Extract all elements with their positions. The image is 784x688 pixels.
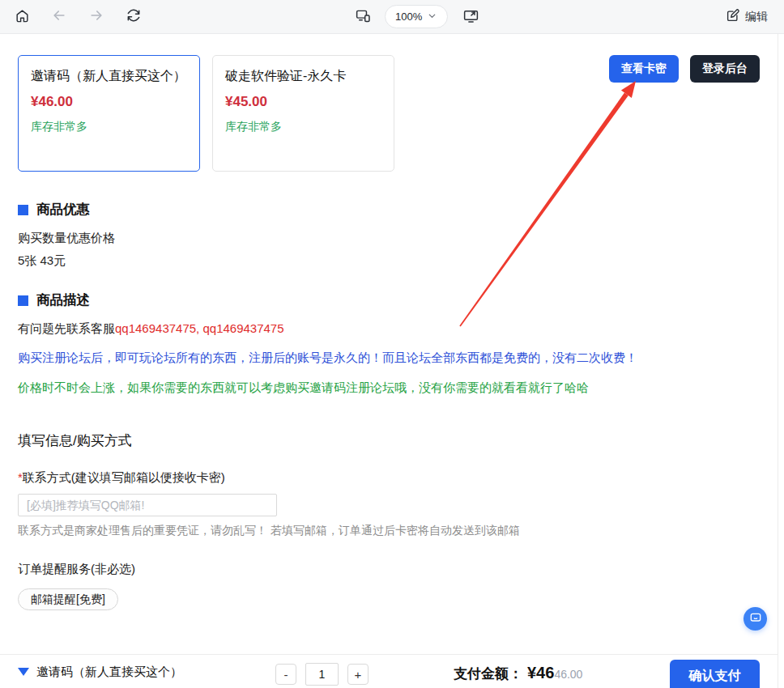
qty-plus-button[interactable]: + xyxy=(347,664,369,685)
description-section-heading: 商品描述 xyxy=(18,291,90,309)
blue-square-bullet-icon xyxy=(18,205,28,215)
blue-square-bullet-icon xyxy=(18,295,28,306)
monitor-external-icon xyxy=(462,7,479,27)
product-title: 破走软件验证-永久卡 xyxy=(225,66,381,87)
open-in-window-button[interactable] xyxy=(459,4,483,30)
description-green-line: 价格时不时会上涨，如果你需要的东西就可以考虑购买邀请码注册论坛哦，没有你需要的就… xyxy=(18,380,589,396)
contact-hint-text: 联系方式是商家处理售后的重要凭证，请勿乱写！ 若填写邮箱，订单通过后卡密将自动发… xyxy=(18,524,520,538)
refresh-button[interactable] xyxy=(122,4,145,29)
contact-field-label: *联系方式(建议填写邮箱以便接收卡密) xyxy=(18,470,225,486)
contact-label-text: 联系方式(建议填写邮箱以便接收卡密) xyxy=(23,470,225,484)
product-card[interactable]: 破走软件验证-永久卡 ¥45.00 库存非常多 xyxy=(212,55,394,172)
contact-qq-numbers: qq1469437475, qq1469437475 xyxy=(115,321,284,335)
description-title: 商品描述 xyxy=(36,291,90,309)
zoom-level-dropdown[interactable]: 100% xyxy=(385,5,448,28)
product-price: ¥46.00 xyxy=(31,94,187,110)
product-stock: 库存非常多 xyxy=(225,120,381,134)
contact-prefix: 有问题先联系客服 xyxy=(18,321,115,335)
forward-button[interactable] xyxy=(85,4,108,29)
back-arrow-icon xyxy=(51,7,67,26)
selected-product-title: 邀请码（新人直接买这个） xyxy=(36,665,182,680)
login-admin-button[interactable]: 登录后台 xyxy=(690,55,760,83)
device-preview-icon xyxy=(355,7,372,27)
chevron-down-icon xyxy=(427,11,437,23)
pay-amount-value: ¥46 xyxy=(527,664,554,682)
page-content: 邀请码（新人直接买这个） ¥46.00 库存非常多 破走软件验证-永久卡 ¥45… xyxy=(0,34,784,688)
confirm-pay-button[interactable]: 确认支付 xyxy=(670,660,760,688)
pay-amount-label: 支付金额： xyxy=(454,665,522,683)
product-price: ¥45.00 xyxy=(225,94,381,110)
promo-section-heading: 商品优惠 xyxy=(18,201,90,219)
email-remind-option-button[interactable]: 邮箱提醒[免费] xyxy=(18,588,118,610)
browser-toolbar: 100% 编辑 xyxy=(0,0,784,34)
viewport-right-edge xyxy=(778,34,778,688)
pay-amount-sub-value: 46.00 xyxy=(554,668,582,681)
qty-minus-button[interactable]: - xyxy=(275,664,296,685)
edit-button[interactable]: 编辑 xyxy=(721,7,773,26)
product-title: 邀请码（新人直接买这个） xyxy=(31,66,187,87)
description-blue-line: 购买注册论坛后，即可玩论坛所有的东西，注册后的账号是永久的！而且论坛全部东西都是… xyxy=(18,350,637,366)
selected-product-summary: 邀请码（新人直接买这个） xyxy=(18,655,182,688)
home-icon xyxy=(15,8,30,26)
promo-line: 5张 43元 xyxy=(18,253,66,269)
triangle-down-icon xyxy=(18,668,29,676)
device-preview-button[interactable] xyxy=(352,4,375,30)
qty-input[interactable] xyxy=(305,663,339,686)
refresh-icon xyxy=(126,7,142,26)
form-section-title: 填写信息/购买方式 xyxy=(18,431,132,450)
home-button[interactable] xyxy=(11,5,33,29)
promo-title: 商品优惠 xyxy=(36,201,90,219)
contact-input[interactable] xyxy=(18,494,277,516)
product-card-selected[interactable]: 邀请码（新人直接买这个） ¥46.00 库存非常多 xyxy=(18,55,200,172)
purchase-bar: 邀请码（新人直接买这个） - + 支付金额： ¥46 46.00 确认支付 xyxy=(0,654,778,688)
edit-pencil-icon xyxy=(726,8,740,25)
remind-service-title: 订单提醒服务(非必选) xyxy=(18,562,135,577)
pay-amount-group: 支付金额： ¥46 46.00 xyxy=(454,655,582,688)
contact-service-line: 有问题先联系客服qq1469437475, qq1469437475 xyxy=(18,321,284,337)
customer-chat-fab[interactable] xyxy=(744,607,767,631)
forward-arrow-icon xyxy=(88,7,104,26)
promo-line: 购买数量优惠价格 xyxy=(18,231,115,246)
chat-bubble-icon xyxy=(749,611,762,626)
back-button[interactable] xyxy=(48,4,70,29)
view-card-key-button[interactable]: 查看卡密 xyxy=(609,55,679,83)
product-stock: 库存非常多 xyxy=(31,120,187,134)
edit-button-label: 编辑 xyxy=(745,10,768,24)
zoom-level-value: 100% xyxy=(395,11,422,23)
